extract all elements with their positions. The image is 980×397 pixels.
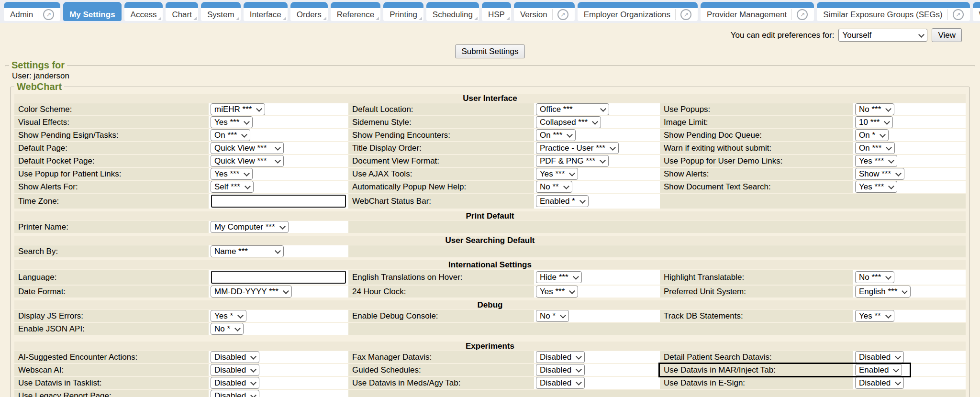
fax-manager-datavis-select[interactable]: Disabled — [536, 351, 585, 363]
display-js-errors-select[interactable]: Yes * — [211, 310, 246, 322]
chevron-down-icon — [885, 312, 891, 319]
color-scheme-select[interactable]: miEHR *** — [211, 103, 265, 115]
enable-json-api-select[interactable]: No * — [211, 323, 244, 335]
tab-access[interactable]: Access — [124, 2, 163, 21]
use-popups-select[interactable]: No *** — [855, 103, 894, 115]
tab-label: Scheduling — [433, 10, 473, 20]
show-alerts-select[interactable]: Show *** — [855, 168, 904, 180]
use-popup-for-user-demo-links-select[interactable]: Yes *** — [855, 155, 897, 167]
visual-effects-select[interactable]: Yes *** — [211, 116, 253, 128]
enable-debug-console-select[interactable]: No * — [536, 310, 569, 322]
chevron-down-icon — [245, 183, 251, 189]
show-pending-esign-tasks-select[interactable]: On *** — [211, 129, 250, 141]
document-view-format-select[interactable]: PDF & PNG *** — [536, 155, 609, 167]
view-button[interactable]: View — [932, 28, 962, 42]
detail-patient-search-datavis-select[interactable]: Disabled — [855, 351, 904, 363]
search-by-select[interactable]: Name *** — [211, 245, 284, 257]
field-label-date-format: Date Format: — [14, 286, 209, 298]
field-label-visual-effects: Visual Effects: — [14, 116, 209, 128]
tab-similar-exposure-groups-segs[interactable]: Similar Exposure Groups (SEGs)↗ — [817, 2, 969, 21]
time-zone-input[interactable] — [211, 195, 346, 208]
field-label-show-document-text-search: Show Document Text Search: — [660, 181, 853, 193]
tab-scheduling[interactable]: Scheduling — [426, 2, 479, 21]
preferences-for-select[interactable]: Yourself — [838, 29, 927, 42]
tab-interface[interactable]: Interface — [244, 2, 288, 21]
title-display-order-select[interactable]: Practice - User *** — [536, 142, 619, 154]
use-datavis-in-mar-inject-tab-select[interactable]: Enabled — [855, 364, 902, 376]
field-label-warn-if-exiting-without-submit: Warn if exiting without submit: — [660, 142, 853, 154]
automatically-popup-new-help-select[interactable]: No ** — [536, 181, 572, 193]
warn-if-exiting-without-submit-select[interactable]: On *** — [855, 142, 895, 154]
show-pending-doc-queue-select[interactable]: On * — [855, 129, 889, 141]
printer-name-select[interactable]: My Computer *** — [211, 221, 289, 233]
field-value-cell: No *** — [853, 103, 966, 115]
open-external-icon[interactable]: ↗ — [557, 9, 568, 20]
field-label-default-pocket-page: Default Pocket Page: — [14, 155, 209, 167]
tab-hsp[interactable]: HSP — [482, 2, 511, 21]
submit-settings-button[interactable]: Submit Settings — [455, 44, 524, 58]
show-document-text-search-select[interactable]: Yes *** — [855, 181, 897, 193]
tab-orders[interactable]: Orders — [290, 2, 328, 21]
english-translations-on-hover-select[interactable]: Hide *** — [536, 271, 582, 283]
field-value-cell: 10 *** — [853, 116, 966, 128]
show-pending-encounters-select[interactable]: On *** — [536, 129, 576, 141]
tab-admin[interactable]: Admin↗ — [4, 2, 60, 21]
chevron-down-icon — [560, 312, 566, 319]
default-location-select[interactable]: Office *** — [536, 103, 609, 115]
use-datavis-in-e-sign-select[interactable]: Disabled — [855, 377, 904, 389]
tab-divider — [947, 9, 948, 20]
use-ajax-tools-select[interactable]: Yes *** — [536, 168, 578, 180]
select-value: MM-DD-YYYY *** — [214, 287, 278, 297]
chevron-down-icon — [600, 106, 606, 112]
use-datavis-in-tasklist-select[interactable]: Disabled — [211, 377, 259, 389]
language-input[interactable] — [211, 271, 346, 284]
field-value-cell: Collapsed *** — [534, 116, 660, 128]
guided-schedules-select[interactable]: Disabled — [536, 364, 585, 376]
webchart-fieldset: WebChart User InterfaceColor Scheme:miEH… — [10, 81, 970, 397]
24-hour-clock-select[interactable]: Yes *** — [536, 286, 578, 298]
open-external-icon[interactable]: ↗ — [43, 9, 54, 20]
tab-system[interactable]: System — [201, 2, 241, 21]
tab-body: My Settings — [63, 8, 121, 21]
settings-row: Search By:Name *** — [14, 245, 966, 257]
image-limit-select[interactable]: 10 *** — [855, 116, 893, 128]
show-alerts-for-select[interactable]: Self *** — [211, 181, 254, 193]
tab-accent-bar — [514, 2, 575, 8]
chevron-down-icon — [283, 288, 289, 294]
tab-reference[interactable]: Reference — [331, 2, 380, 21]
open-external-icon[interactable]: ↗ — [680, 9, 691, 20]
section-header-print-default: Print Default — [14, 211, 966, 221]
section-header-user-searching-default: User Searching Default — [14, 236, 966, 245]
preferred-unit-system-select[interactable]: English *** — [855, 286, 911, 298]
chevron-down-icon — [600, 157, 606, 164]
tab-employer-organizations[interactable]: Employer Organizations↗ — [578, 2, 698, 21]
use-legacy-report-page-select[interactable]: Disabled — [211, 390, 259, 397]
tab-my-settings[interactable]: My Settings — [63, 2, 121, 21]
ai-suggested-encounter-actions-select[interactable]: Disabled — [211, 351, 259, 363]
tab-printing[interactable]: Printing — [383, 2, 423, 21]
highlight-translatable-select[interactable]: No *** — [855, 271, 894, 283]
date-format-select[interactable]: MM-DD-YYYY *** — [211, 286, 292, 298]
use-popup-for-patient-links-select[interactable]: Yes *** — [211, 168, 253, 180]
section-header-user-interface: User Interface — [14, 94, 966, 103]
open-external-icon[interactable]: ↗ — [797, 9, 808, 20]
field-label-ai-suggested-encounter-actions: AI-Suggested Encounter Actions: — [14, 351, 209, 363]
open-external-icon[interactable]: ↗ — [953, 9, 964, 20]
chevron-down-icon — [888, 157, 894, 164]
tab-accent-bar — [244, 2, 288, 8]
default-pocket-page-select[interactable]: Quick View *** — [211, 155, 284, 167]
default-page-select[interactable]: Quick View *** — [211, 142, 284, 154]
tab-work-locations[interactable]: Work Locations↗ — [973, 2, 980, 21]
track-db-statements-select[interactable]: Yes ** — [855, 310, 894, 322]
tab-provider-management[interactable]: Provider Management↗ — [701, 2, 814, 21]
sidemenu-style-select[interactable]: Collapsed *** — [536, 116, 601, 128]
chevron-down-icon — [902, 288, 908, 294]
webchart-status-bar-select[interactable]: Enabled * — [536, 195, 589, 207]
tab-chart[interactable]: Chart — [166, 2, 198, 21]
tab-version[interactable]: Version↗ — [514, 2, 575, 21]
webscan-ai-select[interactable]: Disabled — [211, 364, 259, 376]
field-label-show-pending-esign-tasks: Show Pending Esign/Tasks: — [14, 129, 209, 141]
tab-label: Provider Management — [707, 10, 787, 20]
use-datavis-in-meds-agy-tab-select[interactable]: Disabled — [536, 377, 585, 389]
chevron-down-icon — [569, 170, 575, 176]
